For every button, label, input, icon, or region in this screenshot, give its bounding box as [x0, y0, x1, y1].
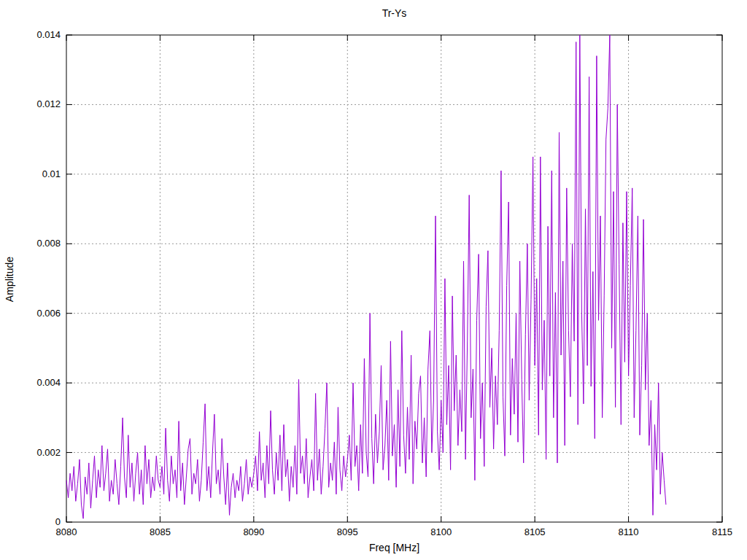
y-tick-label: 0.01	[20, 168, 61, 179]
x-tick-label: 8110	[605, 526, 652, 537]
chart-title: Tr-Ys	[66, 7, 722, 19]
y-tick-label: 0.014	[20, 29, 61, 40]
x-tick-label: 8115	[699, 526, 746, 537]
x-tick-label: 8100	[418, 526, 465, 537]
x-tick-label: 8080	[43, 526, 90, 537]
data-series-line	[66, 35, 666, 518]
y-tick-label: 0	[20, 516, 61, 527]
y-axis-label: Amplitude	[4, 214, 15, 345]
x-tick-label: 8105	[511, 526, 558, 537]
x-tick-label: 8090	[231, 526, 277, 537]
y-tick-label: 0.012	[20, 98, 61, 109]
x-tick-label: 8085	[136, 526, 183, 537]
chart-canvas	[0, 0, 747, 560]
x-tick-label: 8095	[324, 526, 371, 537]
x-axis-label: Freq [MHz]	[66, 542, 722, 553]
y-tick-label: 0.008	[20, 238, 61, 249]
y-tick-label: 0.002	[20, 447, 61, 458]
y-tick-label: 0.006	[20, 308, 61, 319]
y-tick-label: 0.004	[20, 377, 61, 388]
plot-window: Tr-Ys Amplitude Freq [MHz] 8080808580908…	[0, 0, 747, 560]
